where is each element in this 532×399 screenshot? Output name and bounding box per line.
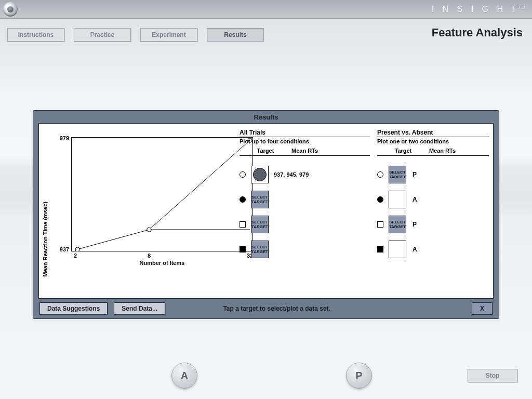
xtick-1: 8 bbox=[143, 252, 155, 259]
svg-line-2 bbox=[149, 140, 250, 230]
pvsa-empty-1[interactable] bbox=[389, 191, 406, 208]
pvsa-row-2: A bbox=[377, 187, 489, 212]
all-trials-row-3: SELECT TARGET bbox=[240, 212, 370, 237]
chart-ylabel: Mean Reaction Time (msec) bbox=[42, 202, 48, 277]
select-target-button-4[interactable]: SELECT TARGET bbox=[251, 241, 269, 258]
tab-practice[interactable]: Practice bbox=[74, 28, 131, 42]
stop-button[interactable]: Stop bbox=[468, 369, 517, 382]
xtick-0: 2 bbox=[69, 252, 82, 259]
pvsa-title: Present vs. Absent bbox=[377, 129, 489, 136]
all-trials-row-1: 937, 945, 979 bbox=[240, 162, 370, 187]
svg-point-3 bbox=[75, 247, 79, 251]
page-title: Feature Analysis bbox=[432, 26, 523, 39]
svg-line-0 bbox=[77, 230, 149, 249]
marker-circle-filled-icon bbox=[377, 196, 383, 203]
select-target-button-2[interactable]: SELECT TARGET bbox=[251, 191, 269, 208]
all-trials-headers: Target Mean RTs bbox=[240, 147, 370, 156]
ytick-min: 937 bbox=[50, 246, 69, 252]
results-panel: Results Mean Reaction Time (msec) 979 93… bbox=[33, 110, 499, 319]
marker-circle-filled-icon bbox=[240, 196, 246, 203]
panel-title: Results bbox=[33, 111, 499, 123]
header-target-pa: Target bbox=[377, 148, 429, 154]
gray-dot-icon bbox=[253, 168, 267, 181]
marker-circle-open-icon bbox=[240, 171, 246, 178]
all-trials-subtitle: Plot up to four conditions bbox=[240, 137, 370, 144]
chart-plot bbox=[71, 137, 253, 251]
all-trials-row-2: SELECT TARGET bbox=[240, 187, 370, 212]
mean-rts-1: 937, 945, 979 bbox=[274, 171, 309, 178]
chart-area: Mean Reaction Time (msec) 979 937 2 8 32… bbox=[39, 124, 236, 298]
marker-square-filled-icon bbox=[240, 246, 246, 252]
marker-circle-open-icon bbox=[377, 171, 383, 178]
marker-square-open-icon bbox=[240, 221, 246, 228]
all-trials-column: All Trials Plot up to four conditions Ta… bbox=[236, 124, 374, 298]
pvsa-select-2[interactable]: SELECT TARGET bbox=[389, 216, 406, 233]
chart-xlabel: Number of Items bbox=[71, 260, 253, 266]
absent-button[interactable]: A bbox=[171, 363, 197, 389]
present-absent-column: Present vs. Absent Plot one or two condi… bbox=[374, 124, 493, 298]
panel-hint: Tap a target to select/plot a data set. bbox=[223, 305, 330, 312]
brand-name: i N S I G H TTM bbox=[432, 5, 526, 14]
pvsa-row-4: A bbox=[377, 237, 489, 262]
ytick-max: 979 bbox=[50, 135, 69, 141]
header-mean-rts-pa: Mean RTs bbox=[429, 148, 489, 154]
app-logo-icon bbox=[3, 2, 18, 17]
panel-footer: Data Suggestions Send Data... Tap a targ… bbox=[33, 299, 499, 318]
panel-body: Mean Reaction Time (msec) 979 937 2 8 32… bbox=[38, 123, 494, 299]
send-data-button[interactable]: Send Data... bbox=[114, 302, 165, 315]
svg-point-4 bbox=[147, 228, 151, 232]
pvsa-row-3: SELECT TARGET P bbox=[377, 212, 489, 237]
tab-experiment[interactable]: Experiment bbox=[140, 28, 197, 42]
tab-instructions[interactable]: Instructions bbox=[7, 28, 64, 42]
pvsa-select-1[interactable]: SELECT TARGET bbox=[389, 166, 406, 183]
marker-square-filled-icon bbox=[377, 246, 383, 252]
pa-label-a1: A bbox=[413, 196, 417, 203]
pa-label-p1: P bbox=[413, 171, 417, 178]
pa-label-a2: A bbox=[413, 246, 417, 253]
pvsa-empty-2[interactable] bbox=[389, 241, 406, 258]
select-target-button-3[interactable]: SELECT TARGET bbox=[251, 216, 269, 233]
pvsa-row-1: SELECT TARGET P bbox=[377, 162, 489, 187]
all-trials-row-4: SELECT TARGET bbox=[240, 237, 370, 262]
tabs-row: Instructions Practice Experiment Results… bbox=[0, 19, 532, 47]
header-target: Target bbox=[240, 148, 291, 154]
header-mean-rts: Mean RTs bbox=[291, 148, 370, 154]
target-swatch-1[interactable] bbox=[251, 166, 269, 183]
close-panel-button[interactable]: X bbox=[472, 302, 493, 315]
marker-square-open-icon bbox=[377, 221, 383, 228]
pa-label-p2: P bbox=[413, 221, 417, 228]
data-suggestions-button[interactable]: Data Suggestions bbox=[39, 302, 108, 315]
app-header: i N S I G H TTM bbox=[0, 0, 532, 19]
tab-results[interactable]: Results bbox=[207, 28, 264, 42]
present-button[interactable]: P bbox=[346, 363, 372, 389]
all-trials-title: All Trials bbox=[240, 129, 370, 136]
pvsa-subtitle: Plot one or two conditions bbox=[377, 137, 489, 144]
pvsa-headers: Target Mean RTs bbox=[377, 147, 489, 156]
